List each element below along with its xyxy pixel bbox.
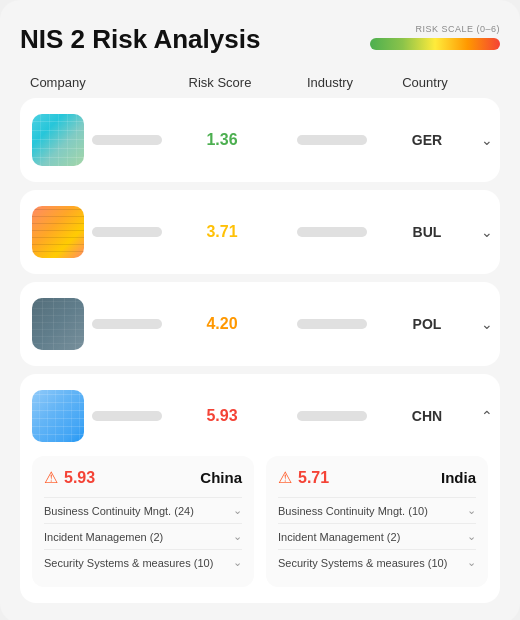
risk-score-1: 1.36 (162, 131, 282, 149)
risk-scale-bar (370, 38, 500, 50)
sub-item-chevron-india-0: ⌄ (467, 504, 476, 517)
sub-panel-china: ⚠ 5.93 China Business Continuity Mngt. (… (32, 456, 254, 587)
industry-placeholder-2 (297, 227, 367, 237)
company-image-1 (32, 114, 84, 166)
company-cell-1 (32, 114, 162, 166)
sub-item-china-2[interactable]: Security Systems & measures (10) ⌄ (44, 549, 242, 575)
sub-panel-header-china: ⚠ 5.93 China (44, 468, 242, 487)
company-cell-4 (32, 390, 162, 442)
risk-scale-label: RISK SCALE (0–6) (415, 24, 500, 34)
sub-item-chevron-china-0: ⌄ (233, 504, 242, 517)
sub-item-label-china-1: Incident Managemen (2) (44, 531, 233, 543)
sub-panel-header-india: ⚠ 5.71 India (278, 468, 476, 487)
sub-country-china: China (200, 469, 242, 486)
sub-item-label-india-2: Security Systems & measures (10) (278, 557, 467, 569)
sub-item-label-india-1: Incident Management (2) (278, 531, 467, 543)
warning-icon-china: ⚠ (44, 468, 58, 487)
sub-item-chevron-china-2: ⌄ (233, 556, 242, 569)
country-4: CHN (382, 408, 472, 424)
col-company: Company (30, 75, 160, 90)
expanded-content-4: ⚠ 5.93 China Business Continuity Mngt. (… (32, 456, 488, 587)
columns-header: Company Risk Score Industry Country (20, 75, 500, 90)
expand-button-1[interactable]: ⌄ (472, 132, 502, 148)
risk-scale-container: RISK SCALE (0–6) (370, 24, 500, 50)
warning-icon-india: ⚠ (278, 468, 292, 487)
company-card-4: 5.93 CHN ⌃ ⚠ 5.93 China Business (20, 374, 500, 603)
sub-item-chevron-china-1: ⌄ (233, 530, 242, 543)
sub-item-label-china-0: Business Continuity Mngt. (24) (44, 505, 233, 517)
risk-score-3: 4.20 (162, 315, 282, 333)
card-row-3: 4.20 POL ⌄ (32, 298, 488, 350)
app-container: NIS 2 Risk Analysis RISK SCALE (0–6) Com… (0, 0, 520, 620)
cards-list: 1.36 GER ⌄ 3.71 BUL ⌄ (20, 98, 500, 603)
page-title: NIS 2 Risk Analysis (20, 24, 260, 55)
expand-button-2[interactable]: ⌄ (472, 224, 502, 240)
industry-cell-3 (282, 319, 382, 329)
col-risk-score: Risk Score (160, 75, 280, 90)
sub-item-india-2[interactable]: Security Systems & measures (10) ⌄ (278, 549, 476, 575)
card-row-1: 1.36 GER ⌄ (32, 114, 488, 166)
company-card-2: 3.71 BUL ⌄ (20, 190, 500, 274)
company-cell-2 (32, 206, 162, 258)
card-row-4: 5.93 CHN ⌃ (32, 390, 488, 442)
sub-item-label-india-0: Business Continuity Mngt. (10) (278, 505, 467, 517)
company-name-placeholder-1 (92, 135, 162, 145)
company-cell-3 (32, 298, 162, 350)
industry-placeholder-3 (297, 319, 367, 329)
expand-button-3[interactable]: ⌄ (472, 316, 502, 332)
sub-item-china-0[interactable]: Business Continuity Mngt. (24) ⌄ (44, 497, 242, 523)
risk-score-4: 5.93 (162, 407, 282, 425)
company-name-placeholder-2 (92, 227, 162, 237)
sub-item-china-1[interactable]: Incident Managemen (2) ⌄ (44, 523, 242, 549)
col-industry: Industry (280, 75, 380, 90)
company-name-placeholder-4 (92, 411, 162, 421)
card-row-2: 3.71 BUL ⌄ (32, 206, 488, 258)
country-1: GER (382, 132, 472, 148)
company-name-placeholder-3 (92, 319, 162, 329)
country-3: POL (382, 316, 472, 332)
sub-item-chevron-india-2: ⌄ (467, 556, 476, 569)
sub-score-india: 5.71 (298, 469, 329, 487)
sub-item-india-1[interactable]: Incident Management (2) ⌄ (278, 523, 476, 549)
company-image-3 (32, 298, 84, 350)
industry-placeholder-4 (297, 411, 367, 421)
sub-item-chevron-india-1: ⌄ (467, 530, 476, 543)
sub-item-label-china-2: Security Systems & measures (10) (44, 557, 233, 569)
company-card-1: 1.36 GER ⌄ (20, 98, 500, 182)
company-image-4 (32, 390, 84, 442)
sub-score-china: 5.93 (64, 469, 95, 487)
industry-placeholder-1 (297, 135, 367, 145)
industry-cell-1 (282, 135, 382, 145)
collapse-button-4[interactable]: ⌃ (472, 408, 502, 424)
country-2: BUL (382, 224, 472, 240)
company-image-2 (32, 206, 84, 258)
industry-cell-2 (282, 227, 382, 237)
sub-country-india: India (441, 469, 476, 486)
sub-item-india-0[interactable]: Business Continuity Mngt. (10) ⌄ (278, 497, 476, 523)
header: NIS 2 Risk Analysis RISK SCALE (0–6) (20, 24, 500, 55)
col-country: Country (380, 75, 470, 90)
sub-panel-india: ⚠ 5.71 India Business Continuity Mngt. (… (266, 456, 488, 587)
risk-score-2: 3.71 (162, 223, 282, 241)
company-card-3: 4.20 POL ⌄ (20, 282, 500, 366)
industry-cell-4 (282, 411, 382, 421)
